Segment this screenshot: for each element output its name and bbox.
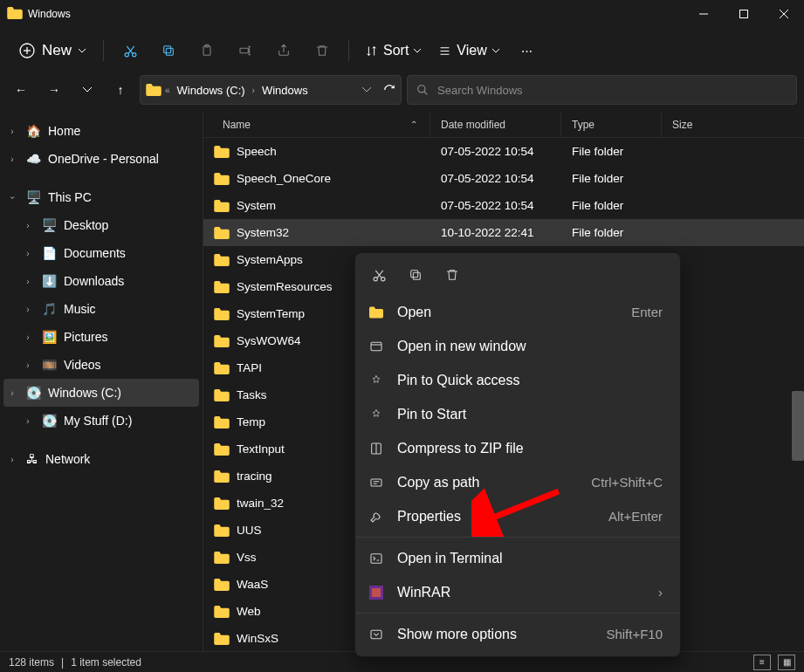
address-bar[interactable]: « Windows (C:) › Windows <box>140 75 402 105</box>
col-type[interactable]: Type <box>561 112 662 137</box>
sidebar-item-onedrive[interactable]: ›☁️OneDrive - Personal <box>0 145 203 173</box>
downloads-icon: ⬇️ <box>42 274 57 288</box>
svg-rect-26 <box>371 479 381 486</box>
col-label: Type <box>572 119 594 131</box>
chevron-right-icon[interactable]: › <box>21 305 35 314</box>
paste-button[interactable] <box>189 35 224 66</box>
maximize-button[interactable] <box>724 0 764 28</box>
table-row[interactable]: Speech_OneCore07-05-2022 10:54File folde… <box>203 165 804 192</box>
search-box[interactable]: Search Windows <box>407 75 797 105</box>
context-menu-item[interactable]: Show more optionsShift+F10 <box>355 617 680 651</box>
minimize-button[interactable] <box>684 0 724 28</box>
copy-button[interactable] <box>151 35 186 66</box>
chevron-right-icon[interactable]: › <box>21 416 35 426</box>
forward-button[interactable]: → <box>40 76 68 104</box>
sidebar-label: Documents <box>64 246 126 260</box>
delete-button[interactable] <box>305 35 340 66</box>
chevron-down-icon[interactable]: › <box>8 190 17 204</box>
rename-button[interactable] <box>228 35 263 66</box>
context-menu-item[interactable]: WinRAR› <box>355 575 680 609</box>
file-name: tracing <box>237 470 272 483</box>
file-date: 07-05-2022 10:54 <box>430 172 561 185</box>
context-menu-item[interactable]: Pin to Quick access <box>355 363 680 397</box>
new-button[interactable]: New <box>10 37 94 65</box>
table-row[interactable]: Speech07-05-2022 10:54File folder <box>203 138 804 165</box>
column-headers: Name⌃ Date modified Type Size <box>203 112 804 138</box>
context-menu-item[interactable]: PropertiesAlt+Enter <box>355 499 680 533</box>
chevron-right-icon[interactable]: › <box>21 249 35 258</box>
ctx-cut-button[interactable] <box>364 262 394 288</box>
chevron-down-icon <box>414 47 421 54</box>
sidebar-item-network[interactable]: ›🖧Network <box>0 445 203 473</box>
details-view-button[interactable]: ≡ <box>753 655 771 670</box>
context-menu-label: Open in new window <box>397 339 650 354</box>
context-menu-item[interactable]: Pin to Start <box>355 397 680 431</box>
col-name[interactable]: Name⌃ <box>203 112 430 137</box>
context-menu-item[interactable]: Open in new window <box>355 329 680 363</box>
chevron-right-icon: › <box>658 585 663 600</box>
svg-rect-30 <box>371 630 381 638</box>
cut-button[interactable] <box>113 35 148 66</box>
context-menu-separator <box>355 537 680 538</box>
recent-button[interactable] <box>73 76 101 104</box>
table-row[interactable]: System3210-10-2022 22:41File folder <box>203 219 804 246</box>
chevron-right-icon[interactable]: › <box>5 455 19 464</box>
breadcrumb-overflow[interactable]: « <box>165 86 170 95</box>
sidebar-item-documents[interactable]: ›📄Documents <box>0 239 203 267</box>
chevron-right-icon[interactable]: › <box>5 154 19 164</box>
folder-icon <box>214 443 230 456</box>
sidebar-item-thispc[interactable]: ›🖥️This PC <box>0 183 203 211</box>
sidebar-item-pictures[interactable]: ›🖼️Pictures <box>0 323 203 351</box>
chevron-right-icon[interactable]: › <box>21 221 35 230</box>
sidebar-item-videos[interactable]: ›🎞️Videos <box>0 351 203 379</box>
chevron-right-icon[interactable]: › <box>5 388 19 398</box>
up-button[interactable]: ↑ <box>107 76 134 104</box>
file-name: twain_32 <box>237 497 284 510</box>
file-name: System <box>237 199 276 212</box>
sort-button[interactable]: Sort <box>358 39 428 62</box>
context-menu-item[interactable]: OpenEnter <box>355 295 680 329</box>
col-modified[interactable]: Date modified <box>430 112 561 137</box>
folder-icon <box>214 606 230 618</box>
refresh-button[interactable] <box>383 84 395 96</box>
col-size[interactable]: Size <box>662 112 804 137</box>
share-button[interactable] <box>266 35 301 66</box>
file-name: Web <box>237 605 261 618</box>
chevron-down-icon[interactable] <box>362 86 371 94</box>
drive-icon: 💽 <box>26 386 41 400</box>
documents-icon: 📄 <box>42 246 57 260</box>
chevron-right-icon[interactable]: › <box>21 333 35 342</box>
sidebar-item-downloads[interactable]: ›⬇️Downloads <box>0 267 203 295</box>
vertical-scrollbar[interactable] <box>792 391 804 461</box>
context-menu-item[interactable]: Compress to ZIP file <box>355 431 680 465</box>
chevron-right-icon[interactable]: › <box>21 360 35 370</box>
file-name: Speech_OneCore <box>237 172 331 185</box>
sidebar-item-music[interactable]: ›🎵Music <box>0 295 203 323</box>
chevron-right-icon[interactable]: › <box>5 127 19 136</box>
table-row[interactable]: System07-05-2022 10:54File folder <box>203 192 804 219</box>
thumbnails-view-button[interactable]: ▦ <box>778 655 795 670</box>
sidebar-item-home[interactable]: ›🏠Home <box>0 117 203 145</box>
context-menu-item[interactable]: Open in Terminal <box>355 541 680 575</box>
folder-icon <box>214 308 230 320</box>
file-name: TextInput <box>237 442 285 456</box>
back-button[interactable]: ← <box>7 76 35 104</box>
ctx-delete-button[interactable] <box>437 262 467 288</box>
context-menu-label: Show more options <box>397 627 594 642</box>
sidebar-item-ddrive[interactable]: ›💽My Stuff (D:) <box>0 407 203 435</box>
more-button[interactable]: ⋯ <box>510 35 545 66</box>
chevron-right-icon[interactable]: › <box>21 277 35 286</box>
context-menu-item[interactable]: Copy as pathCtrl+Shift+C <box>355 465 680 499</box>
separator <box>103 40 104 61</box>
folder-icon <box>214 633 230 645</box>
view-button[interactable]: View <box>431 39 505 62</box>
close-button[interactable] <box>764 0 804 28</box>
breadcrumb-folder[interactable]: Windows <box>258 82 312 99</box>
titlebar: Windows <box>0 0 804 28</box>
sidebar-item-desktop[interactable]: ›🖥️Desktop <box>0 211 203 239</box>
folder-icon <box>214 552 230 564</box>
breadcrumb-drive[interactable]: Windows (C:) <box>174 82 249 99</box>
ctx-copy-button[interactable] <box>401 262 430 288</box>
window-title: Windows <box>28 8 71 20</box>
sidebar-item-cdrive[interactable]: ›💽Windows (C:) <box>3 379 199 407</box>
